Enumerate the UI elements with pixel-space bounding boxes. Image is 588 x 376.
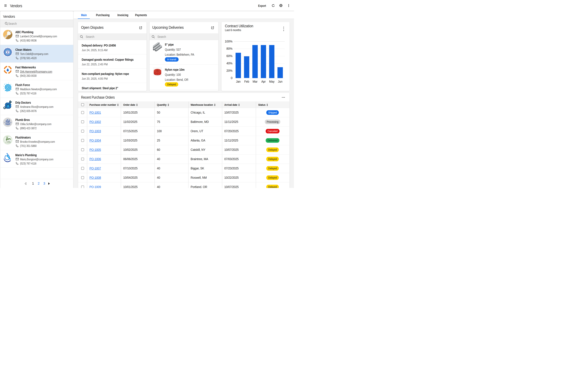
svg-text:WATER: WATER <box>7 142 11 143</box>
svg-text:1992: 1992 <box>10 122 11 123</box>
svg-text:EST.: EST. <box>4 122 5 123</box>
svg-text:SAVE: SAVE <box>7 140 11 142</box>
